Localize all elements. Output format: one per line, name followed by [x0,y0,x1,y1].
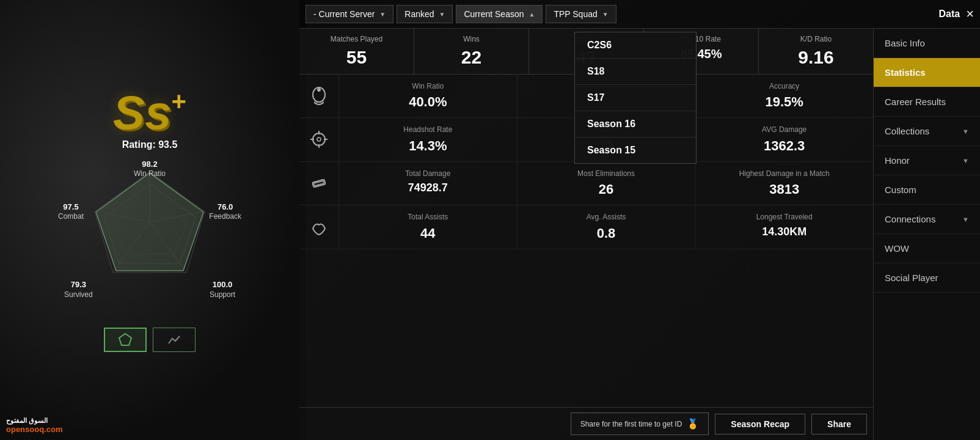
avg-assists-cell: Avg. Assists 0.8 [517,205,696,249]
win-ratio-cell: Win Ratio 40.0% [339,75,517,118]
headshot-icon [299,118,339,161]
bottom-actions: Share for the first time to get ID 🏅 Sea… [299,407,873,440]
radar-win-ratio: 98.2 Win Ratio [134,160,166,179]
dropdown-season16[interactable]: Season 16 [575,111,696,138]
line-view-btn[interactable] [153,328,196,352]
radar-support: 100.0 Support [210,280,235,299]
sidebar-wow[interactable]: WOW [874,234,980,263]
right-sidebar: Basic Info Statistics Career Results Col… [873,29,980,440]
damage-icon [299,162,339,205]
server-dropdown[interactable]: - Current Server ▼ [305,5,393,23]
most-elim-cell: Most Eliminations 26 [517,162,696,205]
sidebar-honor[interactable]: Honor ▼ [874,146,980,175]
stat-wins: Wins 22 [414,29,529,74]
radar-survived: 79.3 Survived [64,280,93,299]
share-btn[interactable]: Share [811,414,867,435]
svg-point-13 [317,138,321,141]
opensooq-watermark: السوق المفتوح opensooq.com [6,416,62,434]
radar-combat: 97.5 Combat [58,202,84,222]
squad-dropdown[interactable]: TPP Squad ▼ [546,5,616,23]
radar-view-btn[interactable] [104,328,147,352]
rating-text: Rating: 93.5 [122,139,178,150]
left-panel: Ss+ Rating: 93.5 98.2 Win R [0,0,299,440]
radar-chart: 98.2 Win Ratio 76.0 Feedback 100.0 Suppo… [58,160,241,318]
season-dropdown-overlay: C2S6 S18 S17 Season 16 Season 15 [574,32,697,164]
stat-kd: K/D Ratio 9.16 [759,29,873,74]
data-section: Data × [938,6,974,22]
total-assists-cell: Total Assists 44 [339,205,517,249]
headshot-rate-cell: Headshot Rate 14.3% [339,118,517,161]
sidebar-social-player[interactable]: Social Player [874,263,980,293]
rank-plus: + [171,87,186,116]
assists-icon [299,205,339,249]
sidebar-connections[interactable]: Connections ▼ [874,205,980,234]
share-tooltip: Share for the first time to get ID 🏅 [571,413,709,435]
rank-label: Ss [113,86,171,139]
main-content: Ss+ Rating: 93.5 98.2 Win R [0,0,980,440]
rank-badge: Ss+ [113,89,186,136]
dropdown-s18[interactable]: S18 [575,59,696,85]
mode-dropdown[interactable]: Ranked ▼ [397,5,453,23]
sidebar-career-results[interactable]: Career Results [874,87,980,117]
season-recap-btn[interactable]: Season Recap [715,414,805,435]
dropdown-s17[interactable]: S17 [575,85,696,111]
chart-buttons [104,328,196,352]
radar-feedback: 76.0 Feedback [209,202,241,222]
close-btn[interactable]: × [966,6,974,22]
assists-cells: Total Assists 44 Avg. Assists 0.8 Longes… [339,205,873,249]
accuracy-cell: Accuracy 19.5% [695,75,873,118]
highest-damage-cell: Highest Damage in a Match 3813 [695,162,873,205]
svg-marker-9 [119,334,131,345]
sidebar-custom[interactable]: Custom [874,175,980,205]
stats-row-damage: Total Damage 74928.7 Most Eliminations 2… [299,162,873,206]
svg-point-12 [313,133,325,145]
sidebar-collections[interactable]: Collections ▼ [874,117,980,146]
dropdown-season15[interactable]: Season 15 [575,138,696,163]
winratio-icon [299,75,339,118]
sidebar-statistics[interactable]: Statistics [874,58,980,87]
total-damage-cell: Total Damage 74928.7 [339,162,517,205]
longest-traveled-cell: Longest Traveled 14.30KM [695,205,873,249]
top-bar: - Current Server ▼ Ranked ▼ Current Seas… [299,0,980,29]
dropdown-c2s6[interactable]: C2S6 [575,32,696,59]
sidebar-basic-info[interactable]: Basic Info [874,29,980,58]
stats-row-assists: Total Assists 44 Avg. Assists 0.8 Longes… [299,205,873,249]
damage-cells: Total Damage 74928.7 Most Eliminations 2… [339,162,873,205]
stat-matches: Matches Played 55 [299,29,414,74]
svg-marker-8 [96,173,203,271]
avg-damage-cell: AVG Damage 1362.3 [695,118,873,161]
svg-point-11 [317,88,321,92]
season-dropdown[interactable]: Current Season ▲ [456,5,543,23]
